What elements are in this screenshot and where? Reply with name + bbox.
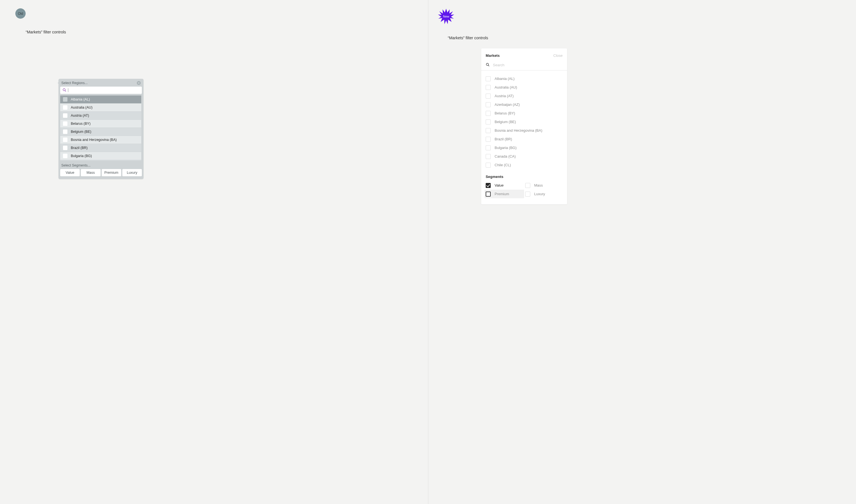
checkbox[interactable] [63, 146, 67, 150]
caption-old: “Markets” filter controls [25, 30, 428, 34]
search-icon [486, 62, 490, 67]
list-item[interactable]: Australia (AU) [485, 83, 565, 92]
old-search-input[interactable] [68, 88, 140, 92]
checkbox[interactable] [63, 97, 67, 102]
checkbox[interactable] [486, 192, 491, 197]
list-item[interactable]: Bosnia and Herzegovina (BA) [60, 136, 141, 144]
checkbox[interactable] [486, 137, 491, 142]
country-label: Albania (AL) [71, 97, 90, 101]
country-label: Belgium (BE) [494, 120, 516, 124]
checkbox[interactable] [486, 120, 491, 124]
list-item[interactable]: Australia (AU) [60, 104, 141, 111]
list-item[interactable]: Austria (AT) [60, 112, 141, 120]
checkbox[interactable] [486, 183, 491, 188]
country-label: Belarus (BY) [494, 111, 515, 115]
list-item[interactable]: Austria (AT) [485, 92, 565, 100]
country-label: Belarus (BY) [71, 122, 90, 126]
new-search-input[interactable] [493, 63, 563, 67]
new-search[interactable] [481, 61, 567, 70]
segment-label: Premium [494, 192, 509, 196]
old-filter-widget: Select Regions... Albania (AL)Australia … [58, 79, 143, 179]
list-item[interactable]: Belgium (BE) [60, 128, 141, 136]
country-label: Bosnia and Herzegovina (BA) [71, 138, 117, 142]
badge-old-label: Old [18, 12, 23, 16]
list-item[interactable]: Albania (AL) [485, 74, 565, 83]
svg-line-1 [65, 90, 66, 91]
list-item[interactable]: Canada (CA) [485, 152, 565, 161]
segment-chip[interactable]: Premium [102, 169, 121, 176]
segment-option[interactable]: Premium [485, 190, 524, 198]
close-button[interactable]: Close [553, 53, 563, 58]
country-label: Brazil (BR) [71, 146, 87, 150]
checkbox[interactable] [63, 138, 67, 142]
segment-option[interactable]: Value [485, 181, 524, 190]
badge-new: New [438, 8, 454, 24]
old-country-list[interactable]: Albania (AL)Australia (AU)Austria (AT)Be… [60, 95, 142, 161]
new-segments-title: Segments [481, 170, 567, 181]
checkbox[interactable] [486, 154, 491, 159]
checkbox[interactable] [486, 76, 491, 81]
country-label: Bulgaria (BG) [494, 146, 517, 150]
list-item[interactable]: Belgium (BE) [485, 118, 565, 126]
new-title: Markets [486, 53, 500, 58]
new-country-list[interactable]: Albania (AL)Australia (AU)Austria (AT)Az… [481, 70, 567, 170]
list-item[interactable]: Bulgaria (BG) [60, 152, 141, 160]
checkbox[interactable] [63, 105, 67, 110]
country-label: Bosnia and Herzegovina (BA) [494, 128, 542, 132]
country-label: Albania (AL) [494, 76, 515, 81]
list-item[interactable]: Brazil (BR) [60, 144, 141, 152]
country-label: Austria (AT) [494, 94, 513, 98]
segment-label: Luxury [534, 192, 545, 196]
list-item[interactable]: Brazil (BR) [485, 135, 565, 143]
country-label: Austria (AT) [71, 114, 89, 118]
old-search[interactable] [60, 87, 142, 94]
checkbox[interactable] [486, 163, 491, 168]
checkbox[interactable] [63, 121, 67, 126]
country-label: Bulgaria (BG) [71, 154, 92, 158]
new-filter-widget: Markets Close Albania (AL)Australia (AU)… [481, 49, 567, 204]
checkbox[interactable] [486, 145, 491, 150]
segment-chip[interactable]: Luxury [122, 169, 142, 176]
panel-old: Old “Markets” filter controls Select Reg… [0, 0, 428, 504]
list-item[interactable]: Azerbaijan (AZ) [485, 100, 565, 109]
checkbox[interactable] [63, 154, 67, 158]
search-icon [63, 88, 66, 93]
checkbox[interactable] [63, 129, 67, 134]
country-label: Canada (CA) [494, 154, 516, 159]
checkbox[interactable] [486, 128, 491, 133]
list-item[interactable]: Bosnia and Herzegovina (BA) [485, 126, 565, 135]
checkbox[interactable] [486, 111, 491, 116]
checkbox[interactable] [525, 183, 530, 188]
list-item[interactable]: Belarus (BY) [485, 109, 565, 118]
checkbox[interactable] [63, 113, 67, 118]
checkbox[interactable] [486, 102, 491, 107]
checkbox[interactable] [486, 93, 491, 98]
country-label: Chile (CL) [494, 163, 511, 167]
segment-chip[interactable]: Value [60, 169, 80, 176]
checkbox[interactable] [525, 192, 530, 197]
old-regions-label: Select Regions... [61, 81, 88, 85]
segment-label: Mass [534, 183, 543, 187]
country-label: Australia (AU) [71, 106, 92, 109]
old-regions-header: Select Regions... [58, 79, 143, 87]
caption-new: “Markets” filter controls [448, 36, 856, 40]
list-item[interactable]: Chile (CL) [485, 161, 565, 169]
badge-new-label: New [438, 8, 454, 24]
country-label: Azerbaijan (AZ) [494, 103, 520, 107]
list-item[interactable]: Belarus (BY) [60, 120, 141, 128]
checkbox[interactable] [486, 85, 491, 90]
segment-chip[interactable]: Mass [81, 169, 100, 176]
close-icon[interactable] [137, 81, 141, 85]
new-segments-grid: ValueMassPremiumLuxury [481, 181, 567, 204]
segment-label: Value [494, 183, 504, 187]
list-item[interactable]: Bulgaria (BG) [485, 143, 565, 152]
panel-new: New “Markets” filter controls Markets Cl… [428, 0, 856, 504]
old-segments-label: Select Segments... [58, 161, 143, 169]
segment-option[interactable]: Mass [524, 181, 564, 190]
segment-option[interactable]: Luxury [524, 190, 564, 198]
badge-old: Old [15, 8, 25, 19]
country-label: Australia (AU) [494, 85, 517, 89]
country-label: Brazil (BR) [494, 137, 512, 141]
svg-line-4 [488, 65, 489, 66]
list-item[interactable]: Albania (AL) [60, 95, 141, 103]
